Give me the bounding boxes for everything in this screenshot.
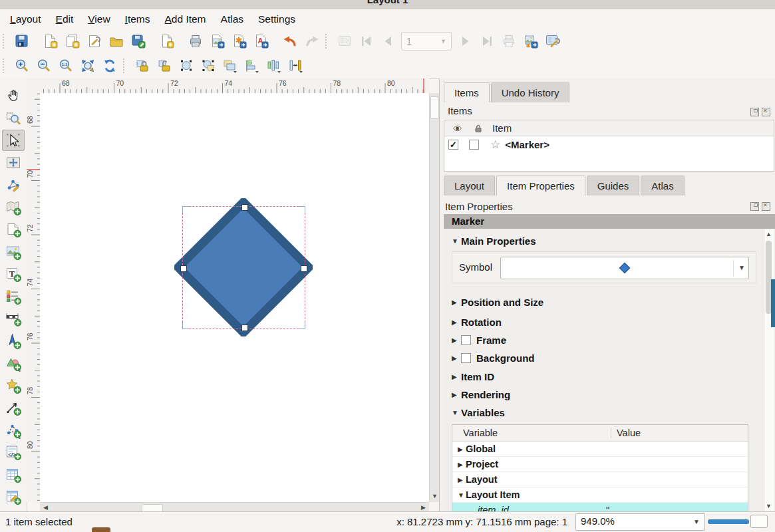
zoom-actual-button[interactable]: 1:1 — [55, 55, 77, 76]
close-panel-icon[interactable]: ✕ — [762, 202, 770, 211]
item-lock-checkbox[interactable] — [469, 140, 479, 150]
last-feature-button[interactable] — [476, 31, 498, 52]
menu-items[interactable]: Items — [118, 11, 158, 28]
variable-row-project[interactable]: ▶ Project — [452, 457, 748, 472]
unlock-all-button[interactable] — [153, 55, 175, 76]
add-marker-button[interactable] — [2, 375, 25, 396]
scroll-down-icon[interactable]: ▼ — [430, 492, 439, 501]
resize-handle-top[interactable] — [241, 204, 248, 211]
menu-edit[interactable]: Edit — [49, 11, 81, 28]
duplicate-layout-button[interactable] — [61, 31, 83, 52]
add-label-button[interactable]: T — [2, 263, 25, 285]
first-feature-button[interactable] — [355, 31, 377, 52]
selection-box[interactable] — [182, 206, 305, 329]
section-variables[interactable]: ▼ Variables — [452, 407, 505, 418]
toolbar-drag-handle[interactable] — [123, 59, 128, 73]
atlas-page-combobox[interactable]: 1 ▼ — [401, 32, 452, 51]
section-frame[interactable]: ▶ Frame — [452, 334, 506, 346]
edit-nodes-item-tool-button[interactable] — [2, 174, 25, 196]
export-svg-button[interactable] — [228, 31, 250, 52]
atlas-settings-button[interactable] — [542, 31, 563, 52]
tab-items[interactable]: Items — [444, 82, 490, 102]
add-node-item-button[interactable] — [2, 420, 25, 441]
section-rendering[interactable]: ▶ Rendering — [452, 389, 510, 400]
open-button[interactable] — [105, 31, 127, 52]
zoom-level-combobox[interactable]: 949.0% ▼ — [575, 513, 705, 531]
item-visible-checkbox[interactable]: ✓ — [448, 140, 458, 150]
redo-button[interactable] — [301, 31, 323, 52]
export-image-button[interactable] — [206, 31, 228, 52]
export-atlas-button[interactable] — [520, 31, 542, 52]
ungroup-items-button[interactable] — [197, 55, 219, 76]
new-layout-button[interactable] — [39, 31, 61, 52]
pan-tool-button[interactable] — [2, 85, 25, 106]
add-north-arrow-button[interactable] — [2, 331, 25, 352]
canvas-vertical-scroll-thumb[interactable] — [430, 96, 439, 119]
scroll-down-icon[interactable]: ▼ — [764, 502, 773, 511]
canvas-vertical-scrollbar[interactable]: ▲ ▼ — [429, 93, 440, 502]
properties-scrollbar[interactable]: ▲ ▼ — [764, 229, 774, 512]
menu-add-item[interactable]: Add Item — [158, 11, 214, 28]
section-rotation[interactable]: ▶ Rotation — [452, 317, 502, 328]
next-feature-button[interactable] — [454, 31, 476, 52]
symbol-dropdown[interactable]: ▼ — [500, 257, 749, 279]
menu-layout[interactable]: Layout — [3, 11, 49, 28]
item-row-marker[interactable]: ✓ ☆ <Marker> — [444, 136, 774, 153]
close-panel-icon[interactable]: ✕ — [762, 108, 770, 116]
add-attribute-table-button[interactable] — [2, 464, 25, 485]
zoom-slider-handle[interactable] — [750, 515, 768, 528]
section-item-id[interactable]: ▶ Item ID — [452, 371, 494, 382]
add-fixed-table-button[interactable] — [2, 486, 25, 507]
scroll-up-icon[interactable]: ▲ — [764, 230, 773, 239]
save-button[interactable] — [11, 31, 33, 52]
variable-row-global[interactable]: ▶ Global — [452, 442, 748, 457]
tab-layout[interactable]: Layout — [444, 176, 495, 196]
zoom-in-button[interactable] — [11, 55, 33, 76]
select-move-item-tool-button[interactable] — [2, 130, 25, 151]
zoom-out-button[interactable] — [33, 55, 55, 76]
raise-items-button[interactable] — [219, 55, 241, 76]
previous-feature-button[interactable] — [377, 31, 399, 52]
undo-button[interactable] — [279, 31, 301, 52]
background-checkbox[interactable] — [461, 353, 471, 363]
add-items-from-template-button[interactable] — [156, 31, 178, 52]
menu-view[interactable]: View — [80, 11, 117, 28]
add-arrow-button[interactable] — [2, 397, 25, 418]
preview-atlas-button[interactable] — [333, 31, 355, 52]
resize-handle-right[interactable] — [301, 265, 307, 272]
refresh-button[interactable] — [98, 55, 120, 76]
section-position-and-size[interactable]: ▶ Position and Size — [452, 297, 543, 308]
tab-atlas[interactable]: Atlas — [641, 176, 684, 196]
resize-items-button[interactable] — [285, 55, 307, 76]
save-as-template-button[interactable] — [127, 31, 149, 52]
layout-manager-button[interactable] — [83, 31, 105, 52]
section-main-properties[interactable]: ▼ Main Properties — [452, 235, 536, 247]
group-items-button[interactable] — [175, 55, 197, 76]
float-panel-icon[interactable] — [750, 202, 759, 211]
add-scalebar-button[interactable] — [2, 308, 25, 329]
frame-checkbox[interactable] — [461, 335, 471, 345]
menu-atlas[interactable]: Atlas — [214, 11, 251, 28]
variable-row-layout[interactable]: ▶ Layout — [452, 472, 748, 487]
toolbar-drag-handle[interactable] — [3, 34, 7, 49]
add-html-button[interactable]: </> — [2, 442, 25, 463]
zoom-full-button[interactable] — [77, 55, 98, 76]
print-atlas-button[interactable] — [498, 31, 520, 52]
float-panel-icon[interactable] — [750, 108, 759, 116]
add-legend-button[interactable] — [2, 286, 25, 307]
print-button[interactable] — [184, 31, 206, 52]
resize-handle-left[interactable] — [180, 265, 187, 272]
align-items-button[interactable] — [241, 55, 263, 76]
add-3d-map-button[interactable] — [2, 219, 25, 240]
variable-row-layout-item[interactable]: ▼ Layout Item — [452, 487, 748, 503]
tab-undo-history[interactable]: Undo History — [491, 82, 570, 102]
lock-items-button[interactable] — [131, 55, 153, 76]
zoom-tool-button[interactable] — [2, 108, 25, 129]
resize-handle-bottom[interactable] — [241, 325, 248, 331]
add-picture-button[interactable] — [2, 241, 25, 263]
tab-item-properties[interactable]: Item Properties — [496, 176, 585, 196]
menu-settings[interactable]: Settings — [251, 11, 303, 28]
export-pdf-button[interactable]: A — [250, 31, 272, 52]
variable-row-item-id[interactable]: item_id '' — [452, 503, 748, 512]
add-shape-button[interactable] — [2, 352, 25, 374]
